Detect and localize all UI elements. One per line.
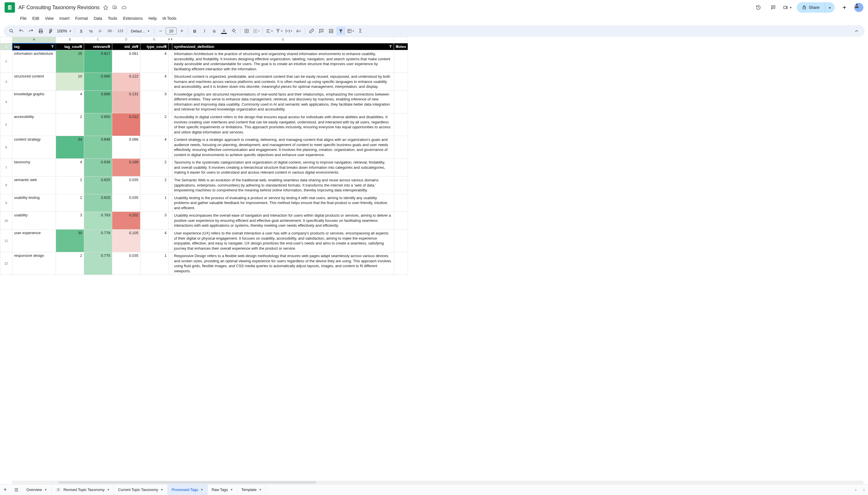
title-actions [103,5,127,10]
share-label: Share [809,5,819,10]
merge-cells-icon[interactable]: ▼ [252,27,261,35]
spreadsheet-grid[interactable]: ABCDE◀▶G1tagtag_countrelevancestd_devtyp… [0,37,868,39]
share-dropdown[interactable]: ▼ [825,3,835,13]
history-icon[interactable] [753,2,764,13]
percent-icon[interactable]: % [86,27,96,35]
col-header[interactable]: B [56,37,84,39]
h-align-icon[interactable]: ▼ [265,27,274,35]
col-header[interactable]: E [140,37,169,39]
decrease-decimal-icon[interactable]: .0← [96,27,105,35]
col-header[interactable]: A [12,37,56,39]
svg-point-2 [856,4,858,6]
increase-font-icon[interactable]: + [177,27,186,35]
menu-view[interactable]: View [43,15,56,22]
more-formats-icon[interactable]: 123 [116,27,125,35]
print-icon[interactable] [36,27,45,35]
title-bar: AF Consulting Taxonomy Revisions ▼ Share… [0,0,868,15]
menu-extensions[interactable]: Extensions [121,15,145,22]
sheets-logo[interactable] [5,2,15,13]
chart-icon[interactable] [327,27,336,35]
col-header[interactable]: G [172,37,394,39]
wrap-icon[interactable]: ▼ [284,27,294,35]
undo-icon[interactable] [17,27,26,35]
italic-icon[interactable]: I [200,27,209,35]
move-icon[interactable] [112,5,117,10]
document-title[interactable]: AF Consulting Taxonomy Revisions [18,5,100,11]
increase-decimal-icon[interactable]: .00→ [106,27,115,35]
zoom-selector[interactable]: 100%▼ [56,29,73,33]
font-family-selector[interactable]: Defaul…▼ [129,29,152,33]
user-avatar[interactable] [854,3,863,12]
bold-icon[interactable]: B [190,27,199,35]
fill-color-icon[interactable] [229,27,238,35]
menu-insert[interactable]: Insert [57,15,72,22]
hidden-col-indicator[interactable]: ◀▶ [169,37,172,39]
functions-icon[interactable]: Σ [356,27,365,35]
menu-edit[interactable]: Edit [30,15,41,22]
menu-data[interactable]: Data [91,15,104,22]
menu-help[interactable]: Help [146,15,159,22]
svg-point-3 [10,29,12,32]
svg-rect-0 [784,6,786,9]
paint-format-icon[interactable] [46,27,55,35]
rotate-icon[interactable]: A▼ [294,27,303,35]
text-color-icon[interactable]: A [219,27,229,35]
svg-rect-1 [803,7,805,9]
gemini-icon[interactable] [839,2,850,13]
menu-ia-tools[interactable]: IA Tools [160,15,179,22]
cloud-icon[interactable] [121,5,127,10]
strikethrough-icon[interactable]: S [210,27,219,35]
filter-icon[interactable] [336,27,346,35]
font-size-input[interactable]: 10 [166,28,177,34]
star-icon[interactable] [103,5,108,10]
comment-icon[interactable] [317,27,326,35]
share-button[interactable]: Share [797,2,825,13]
col-header[interactable] [394,37,408,39]
menu-tools[interactable]: Tools [106,15,120,22]
menu-file[interactable]: File [18,15,29,22]
svg-rect-6 [348,29,351,33]
meet-icon[interactable]: ▼ [783,2,792,13]
comments-icon[interactable] [768,2,779,13]
menu-bar: File Edit View Insert Format Data Tools … [0,15,868,23]
redo-icon[interactable] [27,27,36,35]
borders-icon[interactable] [242,27,251,35]
col-header[interactable]: D [112,37,140,39]
decrease-font-icon[interactable]: − [156,27,165,35]
search-icon[interactable] [7,27,16,35]
col-header[interactable]: C [84,37,112,39]
link-icon[interactable] [307,27,316,35]
menu-format[interactable]: Format [73,15,90,22]
v-align-icon[interactable]: ▼ [274,27,284,35]
table-view-icon[interactable]: ▼ [346,27,355,35]
collapse-icon[interactable] [852,27,861,35]
toolbar: 100%▼ $ % .0← .00→ 123 Defaul…▼ − 10 + B… [3,25,865,37]
currency-icon[interactable]: $ [77,27,86,35]
